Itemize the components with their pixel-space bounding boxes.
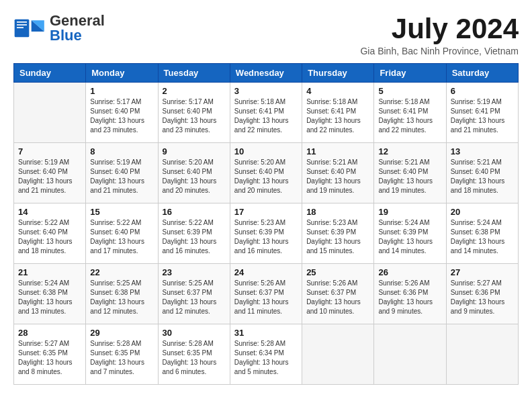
location-title: Gia Binh, Bac Ninh Province, Vietnam xyxy=(360,46,519,56)
table-row: 6Sunrise: 5:19 AM Sunset: 6:41 PM Daylig… xyxy=(446,83,518,143)
day-info: Sunrise: 5:24 AM Sunset: 6:38 PM Dayligh… xyxy=(451,218,514,256)
col-friday: Friday xyxy=(374,64,446,83)
day-number: 27 xyxy=(451,267,514,277)
day-info: Sunrise: 5:22 AM Sunset: 6:40 PM Dayligh… xyxy=(90,218,153,256)
day-info: Sunrise: 5:18 AM Sunset: 6:41 PM Dayligh… xyxy=(306,97,369,135)
day-info: Sunrise: 5:25 AM Sunset: 6:37 PM Dayligh… xyxy=(163,279,226,316)
day-info: Sunrise: 5:23 AM Sunset: 6:39 PM Dayligh… xyxy=(234,218,298,256)
col-thursday: Thursday xyxy=(302,64,374,83)
day-number: 3 xyxy=(234,86,298,96)
table-row: 26Sunrise: 5:26 AM Sunset: 6:36 PM Dayli… xyxy=(374,264,446,324)
day-number: 30 xyxy=(163,328,226,338)
calendar-week-3: 14Sunrise: 5:22 AM Sunset: 6:40 PM Dayli… xyxy=(14,203,519,264)
col-monday: Monday xyxy=(86,64,158,83)
table-row: 24Sunrise: 5:26 AM Sunset: 6:37 PM Dayli… xyxy=(230,264,302,324)
calendar-week-2: 7Sunrise: 5:19 AM Sunset: 6:40 PM Daylig… xyxy=(14,143,519,203)
table-row: 29Sunrise: 5:28 AM Sunset: 6:35 PM Dayli… xyxy=(86,324,158,385)
col-sunday: Sunday xyxy=(14,64,86,83)
svg-rect-2 xyxy=(17,24,27,26)
table-row: 13Sunrise: 5:21 AM Sunset: 6:40 PM Dayli… xyxy=(446,143,518,203)
table-row: 16Sunrise: 5:22 AM Sunset: 6:39 PM Dayli… xyxy=(158,203,230,264)
day-info: Sunrise: 5:21 AM Sunset: 6:40 PM Dayligh… xyxy=(306,158,369,195)
day-info: Sunrise: 5:19 AM Sunset: 6:41 PM Dayligh… xyxy=(451,97,514,135)
table-row: 10Sunrise: 5:20 AM Sunset: 6:40 PM Dayli… xyxy=(230,143,302,203)
day-info: Sunrise: 5:24 AM Sunset: 6:38 PM Dayligh… xyxy=(18,279,81,316)
table-row: 31Sunrise: 5:28 AM Sunset: 6:34 PM Dayli… xyxy=(230,324,302,385)
day-number: 24 xyxy=(234,267,298,277)
day-number: 19 xyxy=(378,207,441,217)
day-info: Sunrise: 5:21 AM Sunset: 6:40 PM Dayligh… xyxy=(378,158,441,195)
calendar-week-4: 21Sunrise: 5:24 AM Sunset: 6:38 PM Dayli… xyxy=(14,264,519,324)
day-number: 26 xyxy=(378,267,441,277)
day-number: 5 xyxy=(378,86,441,96)
table-row: 3Sunrise: 5:18 AM Sunset: 6:41 PM Daylig… xyxy=(230,83,302,143)
table-row: 4Sunrise: 5:18 AM Sunset: 6:41 PM Daylig… xyxy=(302,83,374,143)
table-row: 19Sunrise: 5:24 AM Sunset: 6:39 PM Dayli… xyxy=(374,203,446,264)
day-number: 12 xyxy=(378,146,441,156)
col-tuesday: Tuesday xyxy=(158,64,230,83)
day-number: 28 xyxy=(18,328,81,338)
day-number: 2 xyxy=(163,86,226,96)
logo-text: General Blue xyxy=(50,13,105,43)
day-number: 11 xyxy=(306,146,369,156)
day-number: 29 xyxy=(90,328,153,338)
day-info: Sunrise: 5:26 AM Sunset: 6:37 PM Dayligh… xyxy=(234,279,298,316)
calendar-week-5: 28Sunrise: 5:27 AM Sunset: 6:35 PM Dayli… xyxy=(14,324,519,385)
day-number: 9 xyxy=(163,146,226,156)
day-number: 25 xyxy=(306,267,369,277)
day-info: Sunrise: 5:22 AM Sunset: 6:39 PM Dayligh… xyxy=(163,218,226,256)
calendar-table: Sunday Monday Tuesday Wednesday Thursday… xyxy=(13,63,519,385)
day-number: 22 xyxy=(90,267,153,277)
day-info: Sunrise: 5:20 AM Sunset: 6:40 PM Dayligh… xyxy=(163,158,226,195)
table-row: 21Sunrise: 5:24 AM Sunset: 6:38 PM Dayli… xyxy=(14,264,86,324)
day-info: Sunrise: 5:24 AM Sunset: 6:39 PM Dayligh… xyxy=(378,218,441,256)
table-row: 22Sunrise: 5:25 AM Sunset: 6:38 PM Dayli… xyxy=(86,264,158,324)
day-number: 16 xyxy=(163,207,226,217)
day-number: 4 xyxy=(306,86,369,96)
table-row: 17Sunrise: 5:23 AM Sunset: 6:39 PM Dayli… xyxy=(230,203,302,264)
day-info: Sunrise: 5:22 AM Sunset: 6:40 PM Dayligh… xyxy=(18,218,81,256)
table-row: 11Sunrise: 5:21 AM Sunset: 6:40 PM Dayli… xyxy=(302,143,374,203)
day-number: 23 xyxy=(163,267,226,277)
day-number: 10 xyxy=(234,146,298,156)
calendar-header-row: Sunday Monday Tuesday Wednesday Thursday… xyxy=(14,64,519,83)
table-row: 30Sunrise: 5:28 AM Sunset: 6:35 PM Dayli… xyxy=(158,324,230,385)
day-info: Sunrise: 5:19 AM Sunset: 6:40 PM Dayligh… xyxy=(90,158,153,195)
day-number: 8 xyxy=(90,146,153,156)
day-info: Sunrise: 5:23 AM Sunset: 6:39 PM Dayligh… xyxy=(306,218,369,256)
table-row: 2Sunrise: 5:17 AM Sunset: 6:40 PM Daylig… xyxy=(158,83,230,143)
day-info: Sunrise: 5:18 AM Sunset: 6:41 PM Dayligh… xyxy=(234,97,298,135)
calendar-week-1: 1Sunrise: 5:17 AM Sunset: 6:40 PM Daylig… xyxy=(14,83,519,143)
table-row: 8Sunrise: 5:19 AM Sunset: 6:40 PM Daylig… xyxy=(86,143,158,203)
day-info: Sunrise: 5:21 AM Sunset: 6:40 PM Dayligh… xyxy=(451,158,514,195)
day-number: 18 xyxy=(306,207,369,217)
day-info: Sunrise: 5:28 AM Sunset: 6:35 PM Dayligh… xyxy=(90,339,153,377)
day-info: Sunrise: 5:25 AM Sunset: 6:38 PM Dayligh… xyxy=(90,279,153,316)
logo: General Blue xyxy=(13,13,105,43)
day-number: 7 xyxy=(18,146,81,156)
day-info: Sunrise: 5:27 AM Sunset: 6:35 PM Dayligh… xyxy=(18,339,81,377)
table-row xyxy=(446,324,518,385)
day-info: Sunrise: 5:27 AM Sunset: 6:36 PM Dayligh… xyxy=(451,279,514,316)
page-header: General Blue July 2024 Gia Binh, Bac Nin… xyxy=(13,13,519,56)
day-number: 13 xyxy=(451,146,514,156)
table-row: 23Sunrise: 5:25 AM Sunset: 6:37 PM Dayli… xyxy=(158,264,230,324)
col-saturday: Saturday xyxy=(446,64,518,83)
day-info: Sunrise: 5:28 AM Sunset: 6:35 PM Dayligh… xyxy=(163,339,226,377)
month-title: July 2024 xyxy=(360,13,519,44)
table-row xyxy=(14,83,86,143)
day-number: 17 xyxy=(234,207,298,217)
table-row xyxy=(374,324,446,385)
title-section: July 2024 Gia Binh, Bac Ninh Province, V… xyxy=(360,13,519,56)
logo-blue: Blue xyxy=(50,27,82,44)
day-number: 20 xyxy=(451,207,514,217)
table-row: 28Sunrise: 5:27 AM Sunset: 6:35 PM Dayli… xyxy=(14,324,86,385)
svg-rect-3 xyxy=(17,27,24,28)
day-info: Sunrise: 5:26 AM Sunset: 6:36 PM Dayligh… xyxy=(378,279,441,316)
table-row: 25Sunrise: 5:26 AM Sunset: 6:37 PM Dayli… xyxy=(302,264,374,324)
day-number: 21 xyxy=(18,267,81,277)
day-number: 31 xyxy=(234,328,298,338)
table-row xyxy=(302,324,374,385)
table-row: 27Sunrise: 5:27 AM Sunset: 6:36 PM Dayli… xyxy=(446,264,518,324)
day-info: Sunrise: 5:17 AM Sunset: 6:40 PM Dayligh… xyxy=(90,97,153,135)
